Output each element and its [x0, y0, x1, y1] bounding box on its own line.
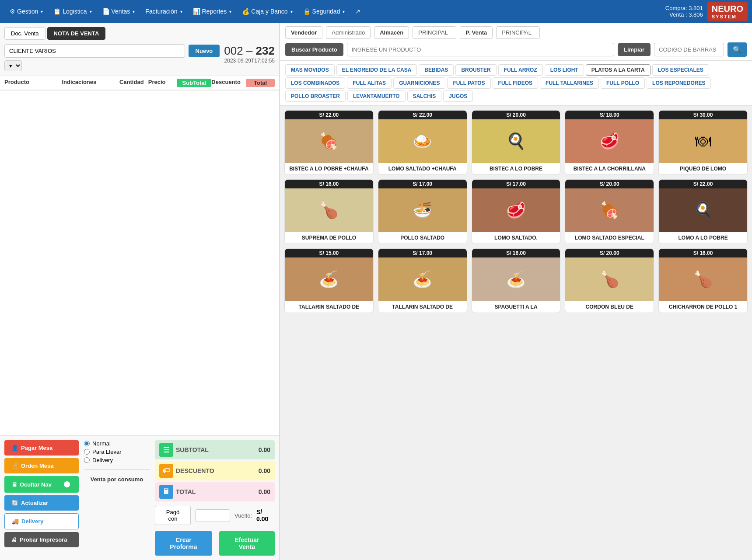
total-row: 🖩 TOTAL 0.00: [155, 482, 275, 501]
left-controls: 👤 Pagar Mesa 🍴 Orden Mesa 🖥 Ocultar Nav …: [4, 440, 79, 556]
barcode-search-button[interactable]: 🔍: [728, 42, 747, 57]
brand-logo: NEURO SYSTEM: [707, 2, 748, 21]
radio-delivery[interactable]: [84, 457, 90, 463]
product-card-2[interactable]: S/ 20.00🍳BISTEC A LO POBRE: [472, 110, 561, 175]
category-tab-11[interactable]: FULL PATOS: [447, 77, 490, 89]
product-card-14[interactable]: S/ 16.00🍗CHICHARRON DE POLLO 1: [658, 248, 748, 313]
nav-caja[interactable]: 💰 Caja y Banco ▾: [237, 0, 297, 23]
col-total: Total: [246, 79, 275, 87]
arrow-select[interactable]: ▾: [4, 60, 22, 71]
product-price-3: S/ 18.00: [565, 111, 654, 119]
radio-para-llevar[interactable]: [84, 449, 90, 455]
product-card-4[interactable]: S/ 30.00🍽PIQUEO DE LOMO: [658, 110, 748, 175]
product-name-5: SUPREMA DE POLLO: [285, 232, 373, 243]
category-tab-4[interactable]: FULL ARROZ: [498, 64, 543, 76]
category-tab-0[interactable]: MAS MOVIDOS: [285, 64, 335, 76]
category-tab-2[interactable]: BEBIDAS: [419, 64, 454, 76]
category-tab-7[interactable]: LOS ESPECIALES: [652, 64, 709, 76]
product-card-7[interactable]: S/ 17.00🥩LOMO SALTADO.: [472, 179, 561, 244]
nav-export[interactable]: ↗: [350, 0, 366, 23]
product-card-10[interactable]: S/ 15.00🍝TALLARIN SALTADO DE: [284, 248, 374, 313]
product-card-11[interactable]: S/ 17.00🍝TALLARIN SALTADO DE: [378, 248, 467, 313]
tab-doc-venta[interactable]: Doc. Venta: [4, 27, 45, 40]
search-row: Buscar Producto Limpiar 🔍: [285, 42, 747, 57]
category-tab-9[interactable]: FULL ALITAS: [347, 77, 392, 89]
nav-gestion[interactable]: ⚙ Gestion ▾: [4, 0, 48, 23]
category-tab-1[interactable]: EL ENGREIDO DE LA CASA: [336, 64, 417, 76]
right-panel: Vendedor Administrado Almacén PRINCIPAL …: [280, 23, 752, 560]
option-delivery[interactable]: Delivery: [84, 457, 150, 463]
efectuar-venta-button[interactable]: Efectuar Venta: [219, 531, 275, 556]
product-card-1[interactable]: S/ 22.00🍛LOMO SALTADO +CHAUFA: [378, 110, 467, 175]
product-image-0: 🍖: [285, 119, 373, 163]
delivery-button[interactable]: 🚚 Delivery: [4, 513, 79, 529]
product-card-13[interactable]: S/ 20.00🍗CORDON BLEU DE: [565, 248, 654, 313]
descuento-value: 0.00: [244, 467, 270, 474]
product-name-1: LOMO SALTADO +CHAUFA: [378, 163, 467, 174]
radio-normal[interactable]: [84, 441, 90, 446]
product-search-input[interactable]: [347, 43, 614, 56]
product-card-12[interactable]: S/ 16.00🍝SPAGUETTI A LA: [472, 248, 561, 313]
product-card-6[interactable]: S/ 17.00🍜POLLO SALTADO: [378, 179, 467, 244]
pago-input[interactable]: [195, 509, 230, 522]
tab-nota-venta[interactable]: NOTA DE VENTA: [47, 27, 106, 40]
category-tab-14[interactable]: FULL POLLO: [601, 77, 645, 89]
category-tab-10[interactable]: GUARNICIONES: [393, 77, 445, 89]
barcode-input[interactable]: [654, 43, 724, 56]
pventa-value: PRINCIPAL: [496, 26, 540, 39]
probar-impresora-button[interactable]: 🖨 Probar Impresora: [4, 532, 79, 547]
product-price-10: S/ 15.00: [285, 249, 373, 257]
actualizar-button[interactable]: 🔄 Actualizar: [4, 495, 79, 511]
product-price-1: S/ 22.00: [378, 111, 467, 119]
col-cantidad: Cantidad: [119, 79, 148, 87]
crear-proforma-button[interactable]: Crear Proforma: [155, 531, 212, 556]
product-image-5: 🍗: [285, 188, 373, 232]
gestion-icon: ⚙: [10, 8, 15, 15]
limpiar-button[interactable]: Limpiar: [618, 43, 651, 56]
ventas-chevron: ▾: [133, 9, 135, 14]
pagar-mesa-button[interactable]: 👤 Pagar Mesa: [4, 440, 79, 456]
product-image-12: 🍝: [472, 257, 560, 301]
option-para-llevar[interactable]: Para Llevar: [84, 449, 150, 455]
product-name-12: SPAGUETTI A LA: [472, 301, 560, 313]
product-name-14: CHICHARRON DE POLLO 1: [659, 301, 747, 313]
logistica-chevron: ▾: [90, 9, 92, 14]
nav-logistica[interactable]: 📋 Logistica ▾: [48, 0, 97, 23]
category-tab-12[interactable]: FULL FIDEOS: [493, 77, 538, 89]
buscar-producto-button[interactable]: Buscar Producto: [285, 43, 343, 56]
category-tab-19[interactable]: JUGOS: [443, 90, 473, 102]
product-name-9: LOMO A LO POBRE: [659, 232, 747, 243]
product-card-3[interactable]: S/ 18.00🥩BISTEC A LA CHORRILLANA: [565, 110, 654, 175]
export-icon: ↗: [355, 8, 360, 15]
orden-mesa-button[interactable]: 🍴 Orden Mesa: [4, 458, 79, 473]
pago-btn[interactable]: Pagó con: [155, 506, 191, 525]
category-tab-16[interactable]: POLLO BROASTER: [285, 90, 346, 102]
nav-seguridad[interactable]: 🔒 Seguridad ▾: [298, 0, 350, 23]
product-price-8: S/ 20.00: [565, 180, 654, 188]
new-client-button[interactable]: Nuevo: [189, 45, 220, 57]
nav-reportes[interactable]: 📊 Reportes ▾: [188, 0, 237, 23]
nav-facturacion[interactable]: Facturación ▾: [140, 0, 187, 23]
product-price-0: S/ 22.00: [285, 111, 373, 119]
category-tab-18[interactable]: SALCHIS: [407, 90, 442, 102]
product-card-8[interactable]: S/ 20.00🍖LOMO SALTADO ESPECIAL: [565, 179, 654, 244]
delivery-icon: 🚚: [12, 518, 19, 525]
client-input[interactable]: [4, 44, 185, 58]
category-tab-5[interactable]: LOS LIGHT: [545, 64, 584, 76]
product-price-13: S/ 20.00: [565, 249, 654, 257]
product-card-9[interactable]: S/ 22.00🍳LOMO A LO POBRE: [658, 179, 748, 244]
product-card-0[interactable]: S/ 22.00🍖BISTEC A LO POBRE +CHAUFA: [284, 110, 374, 175]
ocultar-nav-button[interactable]: 🖥 Ocultar Nav: [4, 476, 79, 493]
category-tab-17[interactable]: LEVANTAMUERTO: [347, 90, 406, 102]
product-card-5[interactable]: S/ 16.00🍗SUPREMA DE POLLO: [284, 179, 374, 244]
category-tab-8[interactable]: LOS COMBINADOS: [285, 77, 345, 89]
option-normal[interactable]: Normal: [84, 440, 150, 447]
category-tab-6[interactable]: PLATOS A LA CARTA: [586, 64, 651, 76]
category-tab-13[interactable]: FULL TALLARINES: [540, 77, 599, 89]
nav-ventas[interactable]: 📄 Ventas ▾: [97, 0, 140, 23]
category-tab-15[interactable]: LOS REPONEDORES: [647, 77, 711, 89]
vuelto-value: S/ 0.00: [256, 508, 275, 522]
top-navigation: ⚙ Gestion ▾ 📋 Logistica ▾ 📄 Ventas ▾ Fac…: [0, 0, 752, 23]
gestion-chevron: ▾: [41, 9, 43, 14]
category-tab-3[interactable]: BROUSTER: [455, 64, 496, 76]
